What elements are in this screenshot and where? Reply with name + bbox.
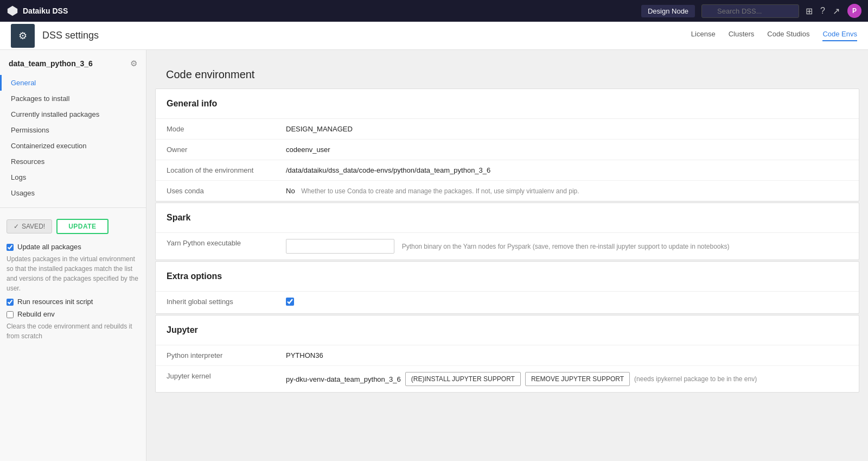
- update-all-packages-checkbox[interactable]: [7, 244, 14, 251]
- env-header: data_team_python_3_6 ⚙: [0, 59, 146, 75]
- design-node-button[interactable]: Design Node: [641, 5, 695, 17]
- kernel-row-content: py-dku-venv-data_team_python_3_6 (RE)INS…: [286, 372, 848, 386]
- settings-gear-icon: ⚙: [11, 24, 35, 48]
- top-nav-icons: ⊞ ? ↗ P: [806, 4, 861, 18]
- nav-license[interactable]: License: [691, 30, 716, 41]
- kernel-value: py-dku-venv-data_team_python_3_6: [286, 375, 401, 383]
- top-navigation: Dataiku DSS Design Node 🔍 ⊞ ? ↗ P: [0, 0, 868, 22]
- interpreter-label: Python interpreter: [156, 345, 275, 366]
- svg-marker-0: [8, 6, 17, 16]
- mode-row: Mode DESIGN_MANAGED: [156, 119, 859, 140]
- jupyter-table: Python interpreter PYTHON36 Jupyter kern…: [156, 345, 859, 392]
- python-interpreter-row: Python interpreter PYTHON36: [156, 345, 859, 366]
- mode-value: DESIGN_MANAGED: [275, 119, 859, 140]
- conda-value: No Whether to use Conda to create and ma…: [275, 181, 859, 201]
- kernel-label: Jupyter kernel: [156, 366, 275, 393]
- help-icon[interactable]: ?: [820, 6, 825, 16]
- location-label: Location of the environment: [156, 160, 275, 181]
- update-all-packages-label: Update all packages: [17, 243, 81, 251]
- conda-row: Uses conda No Whether to use Conda to cr…: [156, 181, 859, 201]
- sidebar: data_team_python_3_6 ⚙ General Packages …: [0, 50, 146, 461]
- inherit-global-label: Inherit global settings: [156, 292, 275, 313]
- page-title-section: Code environment: [155, 59, 859, 89]
- env-settings-icon[interactable]: ⚙: [130, 59, 137, 68]
- main-content: Code environment General info Mode DESIG…: [146, 50, 868, 461]
- owner-value: codeenv_user: [275, 140, 859, 160]
- conda-desc: Whether to use Conda to create and manag…: [301, 187, 579, 195]
- app-title: Dataiku DSS: [23, 7, 68, 15]
- location-value: /data/dataiku/dss_data/code-envs/python/…: [275, 160, 859, 181]
- grid-icon[interactable]: ⊞: [806, 6, 813, 16]
- reinstall-jupyter-button[interactable]: (RE)INSTALL JUPYTER SUPPORT: [405, 372, 521, 386]
- dataiku-logo-icon: [7, 5, 18, 17]
- update-button[interactable]: UPDATE: [56, 219, 108, 234]
- interpreter-value: PYTHON36: [275, 345, 859, 366]
- inherit-global-row: Inherit global settings: [156, 292, 859, 313]
- nav-clusters[interactable]: Clusters: [729, 30, 755, 41]
- yarn-input-cell: Python binary on the Yarn nodes for Pysp…: [275, 233, 859, 260]
- header-navigation: License Clusters Code Studios Code Envs: [691, 30, 857, 41]
- sidebar-item-packages-to-install[interactable]: Packages to install: [0, 91, 146, 106]
- yarn-desc: Python binary on the Yarn nodes for Pysp…: [402, 243, 730, 250]
- inherit-global-checkbox-cell: [275, 292, 859, 313]
- yarn-label: Yarn Python executable: [156, 233, 275, 260]
- env-name: data_team_python_3_6: [9, 59, 93, 68]
- update-all-packages-row: Update all packages: [7, 241, 139, 253]
- location-row: Location of the environment /data/dataik…: [156, 160, 859, 181]
- action-buttons-row: ✓ SAVED! UPDATE: [7, 219, 139, 234]
- spark-card: Spark Yarn Python executable Python bina…: [155, 203, 859, 260]
- run-resources-checkbox[interactable]: [7, 299, 14, 306]
- conda-no-value: No: [286, 187, 295, 195]
- jupyter-card: Jupyter Python interpreter PYTHON36 Jupy…: [155, 315, 859, 393]
- rebuild-env-desc: Clears the code environment and rebuilds…: [7, 321, 139, 343]
- rebuild-env-checkbox[interactable]: [7, 311, 14, 318]
- kernel-cell: py-dku-venv-data_team_python_3_6 (RE)INS…: [275, 366, 859, 393]
- extra-options-table: Inherit global settings: [156, 292, 859, 313]
- nav-code-envs[interactable]: Code Envs: [822, 30, 857, 41]
- inherit-global-checkbox[interactable]: [286, 298, 294, 306]
- sidebar-item-resources[interactable]: Resources: [0, 154, 146, 169]
- run-resources-row: Run resources init script: [7, 295, 139, 308]
- kernel-note: (needs ipykernel package to be in the en…: [634, 375, 757, 383]
- page-title: Code environment: [166, 68, 848, 81]
- user-avatar[interactable]: P: [847, 4, 861, 18]
- sidebar-item-currently-installed[interactable]: Currently installed packages: [0, 106, 146, 122]
- yarn-python-input[interactable]: [286, 239, 394, 254]
- rebuild-env-row: Rebuild env: [7, 308, 139, 320]
- extra-options-card: Extra options Inherit global settings: [155, 261, 859, 314]
- saved-label: SAVED!: [22, 223, 45, 230]
- remove-jupyter-button[interactable]: REMOVE JUPYTER SUPPORT: [525, 372, 630, 386]
- saved-button[interactable]: ✓ SAVED!: [7, 219, 52, 233]
- general-info-card: General info Mode DESIGN_MANAGED Owner c…: [155, 89, 859, 201]
- page-header-title: DSS settings: [42, 30, 691, 41]
- sidebar-divider: [0, 207, 146, 208]
- main-layout: data_team_python_3_6 ⚙ General Packages …: [0, 50, 868, 461]
- owner-label: Owner: [156, 140, 275, 160]
- sidebar-item-containerized-execution[interactable]: Containerized execution: [0, 138, 146, 154]
- update-all-packages-desc: Updates packages in the virtual environm…: [7, 254, 139, 295]
- search-input[interactable]: [701, 4, 799, 18]
- sidebar-item-permissions[interactable]: Permissions: [0, 122, 146, 138]
- mode-label: Mode: [156, 119, 275, 140]
- rebuild-env-label: Rebuild env: [17, 310, 55, 318]
- analytics-icon[interactable]: ↗: [833, 6, 840, 16]
- run-resources-label: Run resources init script: [17, 298, 93, 306]
- check-icon: ✓: [14, 223, 19, 230]
- owner-row: Owner codeenv_user: [156, 140, 859, 160]
- sidebar-item-general[interactable]: General: [0, 75, 146, 91]
- app-logo: Dataiku DSS: [7, 5, 68, 17]
- sidebar-actions: ✓ SAVED! UPDATE Update all packages Upda…: [0, 214, 146, 348]
- sidebar-item-logs[interactable]: Logs: [0, 169, 146, 185]
- general-info-table: Mode DESIGN_MANAGED Owner codeenv_user L…: [156, 119, 859, 201]
- yarn-row: Yarn Python executable Python binary on …: [156, 233, 859, 260]
- sidebar-item-usages[interactable]: Usages: [0, 185, 146, 201]
- jupyter-kernel-row: Jupyter kernel py-dku-venv-data_team_pyt…: [156, 366, 859, 393]
- spark-title: Spark: [156, 203, 859, 233]
- header-bar: ⚙ DSS settings License Clusters Code Stu…: [0, 22, 868, 50]
- spark-table: Yarn Python executable Python binary on …: [156, 233, 859, 260]
- jupyter-title: Jupyter: [156, 315, 859, 345]
- general-info-title: General info: [156, 89, 859, 119]
- conda-label: Uses conda: [156, 181, 275, 201]
- nav-code-studios[interactable]: Code Studios: [767, 30, 809, 41]
- search-wrapper: 🔍: [701, 4, 799, 18]
